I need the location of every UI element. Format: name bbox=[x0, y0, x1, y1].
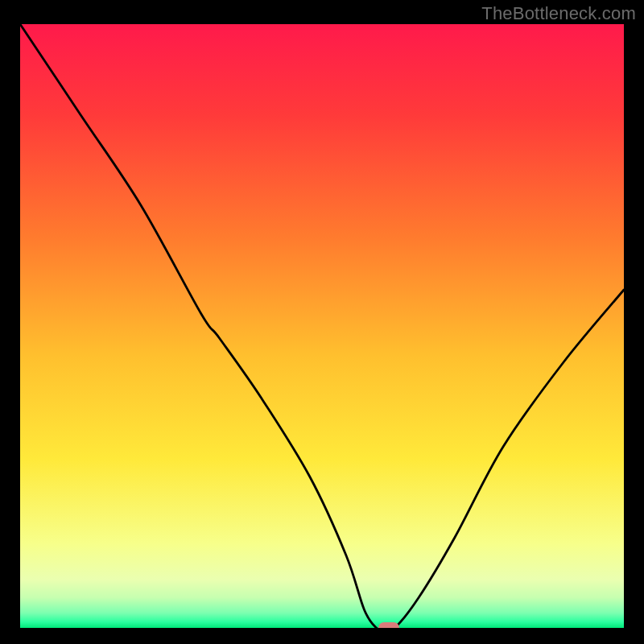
watermark-text: TheBottleneck.com bbox=[481, 3, 636, 24]
chart-plot-area bbox=[20, 24, 624, 628]
frame-left bbox=[0, 0, 20, 644]
chart-svg bbox=[20, 24, 624, 628]
frame-right bbox=[624, 0, 644, 644]
chart-background bbox=[20, 24, 624, 628]
optimum-marker bbox=[378, 622, 399, 634]
frame-bottom bbox=[0, 628, 644, 644]
